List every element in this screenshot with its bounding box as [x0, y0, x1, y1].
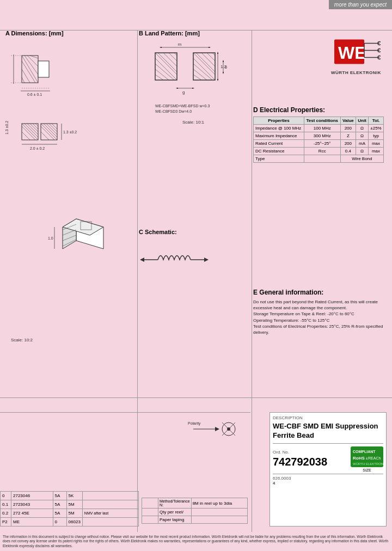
svg-line-13	[22, 56, 38, 83]
table-row: 0.2 272 45E 5A 5M NMV after last	[1, 509, 139, 518]
land-pattern-drawing: m 1.2 g 0	[139, 39, 248, 203]
product-name: WE-CBF SMD EMI Suppression Ferrite Bead	[273, 422, 383, 440]
prop-type: Type	[254, 155, 304, 163]
bottom-dims-table: 0 2723046 5A 5K 0.1 2723043 5A 5M 0.2 27…	[0, 412, 139, 526]
svg-line-34	[22, 126, 35, 140]
svg-text:1.0: 1.0	[48, 236, 53, 240]
svg-line-78	[193, 69, 207, 80]
val-max-impedance: Z	[340, 132, 356, 140]
svg-text:Polarity: Polarity	[188, 421, 201, 426]
general-info-text: Do not use this part beyond the Rated Cu…	[253, 299, 384, 335]
bottom-left-section: Polarity Method/Tolerance N: 8M in reel …	[139, 412, 250, 526]
table-row: Paper taping	[142, 516, 248, 524]
svg-line-14	[24, 56, 38, 75]
compliance-badge: COMPLIANT RoHS & REACh WÜRTH ELEKTRONIK …	[351, 446, 383, 472]
cond-type	[304, 155, 340, 163]
svg-text:1.3 ±0.2: 1.3 ±0.2	[63, 130, 77, 134]
date-code: 626.0003	[273, 476, 383, 481]
table-row: Rated Current -25°~25° 200 mA max	[254, 140, 384, 148]
svg-rect-20	[38, 61, 49, 77]
section-e: E General information: Do not use this p…	[253, 289, 384, 335]
svg-line-35	[22, 132, 30, 140]
header-tagline: more than you expect	[329, 0, 392, 9]
svg-line-79	[193, 75, 201, 80]
svg-text:COMPLIANT: COMPLIANT	[353, 450, 376, 454]
svg-text:WE-CBFSMD+WE-BFSD  w=0.3: WE-CBFSMD+WE-BFSD w=0.3	[155, 104, 210, 108]
svg-line-65	[155, 53, 177, 75]
cond-impedance: 100 MHz	[304, 125, 340, 132]
prop-dc-resistance: DC Resistance	[254, 148, 304, 155]
val-rated-current: 200	[340, 140, 356, 148]
svg-line-17	[22, 61, 35, 83]
svg-line-16	[30, 56, 38, 58]
svg-line-41	[52, 124, 57, 129]
svg-line-70	[158, 53, 177, 72]
cond-dc-resistance: Rcc	[304, 148, 340, 155]
svg-line-28	[22, 124, 38, 140]
schematic-drawing	[139, 238, 248, 303]
cond-rated-current: -25°~25°	[304, 140, 340, 148]
svg-line-69	[155, 75, 163, 80]
svg-text:0.6 ± 0.1: 0.6 ± 0.1	[27, 93, 42, 96]
svg-text:REACh: REACh	[368, 456, 381, 460]
section-b: B Land Pattern: [mm] m	[139, 30, 253, 204]
bottom-area: Polarity Method/Tolerance N: 8M in reel …	[0, 412, 392, 526]
svg-line-32	[33, 124, 38, 129]
prop-impedance: Impedance @ 100 MHz	[254, 125, 304, 132]
page-number: 4	[273, 481, 383, 486]
product-divider	[273, 443, 383, 444]
val-impedance: 200	[340, 125, 356, 132]
svg-line-30	[27, 124, 38, 134]
svg-line-18	[22, 69, 30, 83]
product-divider-2	[273, 474, 383, 474]
svg-text:1.3 ±0.2: 1.3 ±0.2	[5, 121, 9, 134]
prop-max-impedance: Maximum Impedance	[254, 132, 304, 140]
svg-line-39	[46, 124, 57, 134]
svg-line-29	[24, 124, 38, 137]
table-row: Maximum Impedance 300 MHz Z Ω typ	[254, 132, 384, 140]
svg-line-19	[22, 77, 24, 83]
svg-line-38	[44, 124, 57, 137]
section-a-title: A Dimensions: [mm]	[5, 30, 136, 36]
electrical-properties-table: Properties Test conditions Value Unit To…	[253, 117, 384, 163]
table-row: Method/Tolerance N: 8M in reel up to 3di…	[142, 498, 248, 509]
table-row: 0 2723046 5A 5K	[1, 492, 139, 500]
table-row: Impedance @ 100 MHz 100 MHz 200 Ω ±25%	[254, 125, 384, 132]
svg-line-33	[35, 124, 38, 126]
svg-line-71	[163, 53, 177, 66]
section-c-title: C Schematic:	[139, 229, 248, 235]
col-properties: Properties	[254, 117, 304, 125]
prop-rated-current: Rated Current	[254, 140, 304, 148]
table-row: 0.1 2723043 5A 5M	[1, 500, 139, 509]
svg-marker-98	[215, 427, 219, 431]
val-dc-resistance: 0.4	[340, 148, 356, 155]
footer-disclaimer: The information in this document is subj…	[3, 535, 389, 548]
svg-line-75	[193, 53, 215, 75]
svg-text:m: m	[178, 42, 182, 47]
cond-max-impedance: 300 MHz	[304, 132, 340, 140]
unit-dc-resistance: Ω	[356, 148, 369, 155]
dimension-drawings: 0.6 ± 0.1 2.0 ± 0.2	[5, 39, 136, 344]
pin-drawing: Polarity	[139, 413, 250, 467]
svg-marker-96	[204, 258, 209, 262]
svg-line-15	[27, 56, 38, 66]
svg-line-37	[41, 124, 57, 140]
svg-text:g: g	[182, 90, 185, 95]
svg-text:WE: WE	[338, 43, 366, 63]
tol-rated-current: max	[369, 140, 384, 148]
svg-marker-95	[140, 258, 144, 262]
tol-impedance: ±25%	[369, 125, 384, 132]
section-b-title: B Land Pattern: [mm]	[139, 30, 253, 36]
inner-bottom-table: Method/Tolerance N: 8M in reel up to 3di…	[142, 498, 248, 524]
col-value: Value	[340, 117, 356, 125]
svg-line-68	[155, 69, 169, 80]
svg-text:RoHS: RoHS	[353, 456, 365, 461]
dims-table: 0 2723046 5A 5K 0.1 2723043 5A 5M 0.2 27…	[0, 491, 139, 526]
svg-text:WE-CBFSD3        Dw=4.0: WE-CBFSD3 Dw=4.0	[155, 109, 192, 113]
val-type: Wire Bond	[340, 155, 383, 163]
order-number-label: Ord. No.	[273, 450, 327, 455]
svg-line-42	[41, 126, 54, 140]
product-info-box: DESCRIPTION WE-CBF SMD EMI Suppression F…	[270, 412, 387, 526]
table-row: Qty per reel/	[142, 509, 248, 516]
unit-max-impedance: Ω	[356, 132, 369, 140]
